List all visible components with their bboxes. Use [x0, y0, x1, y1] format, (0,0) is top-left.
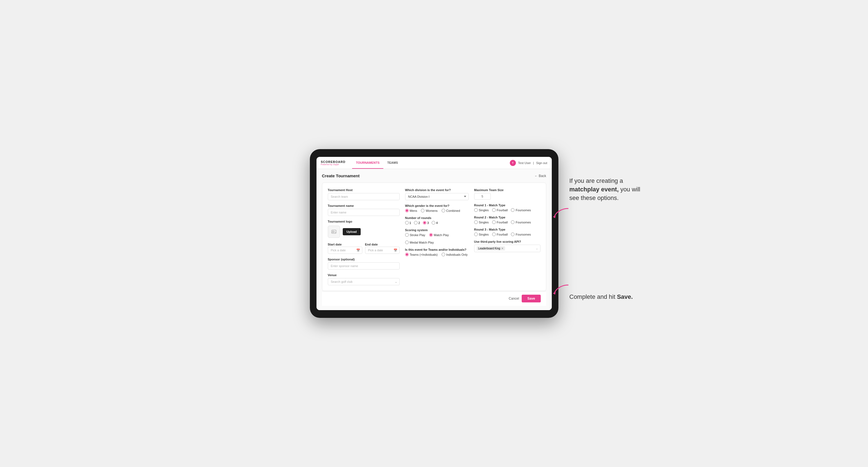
api-tag: Leaderboard King ✕ — [477, 246, 505, 250]
page-header: Create Tournament ← Back — [322, 174, 546, 178]
round2-singles[interactable]: Singles — [474, 220, 489, 224]
api-tag-remove[interactable]: ✕ — [501, 247, 503, 250]
arrow-right-top — [553, 207, 569, 219]
round1-foursomes[interactable]: Foursomes — [511, 208, 531, 212]
gender-label: Which gender is the event for? — [405, 204, 469, 208]
round3-fourball[interactable]: Fourball — [492, 232, 508, 236]
left-column: Tournament Host Tournament name Tourname… — [328, 188, 400, 285]
teams-label: Is this event for Teams and/or Individua… — [405, 248, 469, 251]
tournament-host-group: Tournament Host — [328, 188, 400, 200]
round2-options: Singles Fourball Foursomes — [474, 220, 540, 224]
round3-match-group: Round 3 - Match Type Singles Fourball — [474, 228, 540, 236]
annotation-bottom: Complete and hit Save. — [569, 293, 647, 301]
teams-radio-group: Teams (+Individuals) Individuals Only — [405, 253, 469, 256]
round1-singles[interactable]: Singles — [474, 208, 489, 212]
svg-point-1 — [333, 231, 334, 232]
gender-womens[interactable]: Womens — [421, 209, 437, 212]
tournament-logo-label: Tournament logo — [328, 220, 400, 223]
end-date-group: End date 📅 — [365, 242, 400, 254]
round-3[interactable]: 3 — [423, 221, 429, 224]
max-team-size-input[interactable] — [474, 193, 491, 200]
cancel-button[interactable]: Cancel — [509, 297, 519, 301]
teams-option[interactable]: Teams (+Individuals) — [405, 253, 438, 256]
gender-mens[interactable]: Mens — [405, 209, 417, 212]
tablet-screen: SCOREBOARD Powered by clippit TOURNAMENT… — [316, 157, 552, 310]
scoring-match[interactable]: Match Play — [429, 233, 449, 237]
max-team-size-group: Maximum Team Size — [474, 188, 540, 200]
start-date-input[interactable] — [328, 247, 362, 254]
round2-match-label: Round 2 - Match Type — [474, 216, 540, 219]
tournament-name-group: Tournament name — [328, 204, 400, 216]
rounds-radio-group: 1 2 3 — [405, 221, 469, 224]
round3-foursomes[interactable]: Foursomes — [511, 232, 531, 236]
api-group: Use third-party live scoring API? Leader… — [474, 240, 540, 252]
rounds-label: Number of rounds — [405, 216, 469, 220]
scoring-stroke[interactable]: Stroke Play — [405, 233, 425, 237]
tournament-name-label: Tournament name — [328, 204, 400, 208]
venue-input-wrapper — [328, 278, 400, 285]
gender-combined[interactable]: Combined — [442, 209, 460, 212]
nav-right: T Test User | Sign out — [510, 160, 547, 166]
dates-group: Start date 📅 End date — [328, 242, 400, 254]
arrow-right-bottom — [553, 284, 569, 296]
venue-label: Venue — [328, 273, 400, 277]
scoring-label: Scoring system — [405, 228, 469, 232]
start-date-group: Start date 📅 — [328, 242, 362, 254]
max-team-size-label: Maximum Team Size — [474, 188, 540, 192]
right-column: Maximum Team Size Round 1 - Match Type S… — [474, 188, 540, 285]
logo-sub: Powered by clippit — [321, 163, 345, 165]
sponsor-group: Sponsor (optional) — [328, 258, 400, 270]
api-label: Use third-party live scoring API? — [474, 240, 540, 243]
end-date-label: End date — [365, 243, 378, 246]
division-select[interactable]: NCAA Division I — [405, 193, 469, 200]
teams-group: Is this event for Teams and/or Individua… — [405, 248, 469, 256]
start-date-wrapper: 📅 — [328, 247, 362, 254]
sign-out-link[interactable]: Sign out — [536, 161, 547, 165]
individuals-option[interactable]: Individuals Only — [442, 253, 468, 256]
nav-logo: SCOREBOARD Powered by clippit — [321, 160, 345, 165]
nav-tab-teams[interactable]: TEAMS — [383, 157, 402, 169]
logo-title: SCOREBOARD — [321, 160, 345, 163]
gender-radio-group: Mens Womens Combined — [405, 209, 469, 212]
division-label: Which division is the event for? — [405, 188, 469, 192]
api-select-tag[interactable]: Leaderboard King ✕ ⌄ — [474, 245, 540, 252]
round-4[interactable]: 4 — [432, 221, 438, 224]
nav-tab-tournaments[interactable]: TOURNAMENTS — [352, 157, 383, 169]
page-title: Create Tournament — [322, 174, 360, 178]
save-button[interactable]: Save — [522, 295, 540, 302]
round2-fourball[interactable]: Fourball — [492, 220, 508, 224]
user-name: Test User — [518, 161, 531, 165]
round3-singles[interactable]: Singles — [474, 232, 489, 236]
round-1[interactable]: 1 — [405, 221, 411, 224]
form-footer: Cancel Save — [322, 291, 546, 306]
venue-input[interactable] — [328, 278, 400, 285]
round1-match-group: Round 1 - Match Type Singles Fourball — [474, 204, 540, 212]
tournament-logo-group: Tournament logo Upload — [328, 220, 400, 238]
tournament-host-input[interactable] — [328, 193, 400, 200]
upload-button[interactable]: Upload — [343, 228, 361, 235]
scoring-medal[interactable]: Medal Match Play — [405, 241, 434, 244]
annotation-right: If you are creating a matchplay event, y… — [569, 177, 647, 202]
date-row: Start date 📅 End date — [328, 242, 400, 254]
back-link[interactable]: ← Back — [534, 174, 546, 178]
rounds-group: Number of rounds 1 2 — [405, 216, 469, 224]
svg-rect-0 — [332, 230, 336, 234]
tournament-name-input[interactable] — [328, 209, 400, 216]
venue-group: Venue — [328, 273, 400, 285]
logo-upload-area: Upload — [328, 226, 400, 238]
api-dropdown-icon: ⌄ — [536, 247, 538, 250]
scoring-radio-group: Stroke Play Match Play Medal Match Play — [405, 233, 469, 244]
end-date-wrapper: 📅 — [365, 247, 400, 254]
sponsor-input[interactable] — [328, 262, 400, 270]
round3-options: Singles Fourball Foursomes — [474, 232, 540, 236]
round1-fourball[interactable]: Fourball — [492, 208, 508, 212]
mid-column: Which division is the event for? NCAA Di… — [405, 188, 469, 285]
round2-match-group: Round 2 - Match Type Singles Fourball — [474, 216, 540, 224]
nav-bar: SCOREBOARD Powered by clippit TOURNAMENT… — [316, 157, 552, 169]
round2-foursomes[interactable]: Foursomes — [511, 220, 531, 224]
end-date-input[interactable] — [365, 247, 400, 254]
nav-separator: | — [533, 161, 534, 165]
user-icon: T — [510, 160, 516, 166]
round-2[interactable]: 2 — [414, 221, 420, 224]
scoring-group: Scoring system Stroke Play Match Play — [405, 228, 469, 244]
